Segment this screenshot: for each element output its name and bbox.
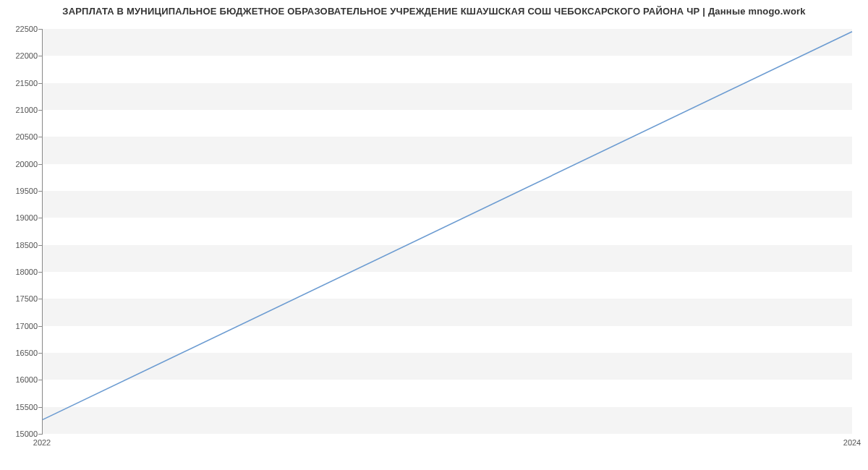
x-tick-label: 2022 [33,438,51,447]
series-line [43,32,852,420]
y-tick-label: 21000 [3,106,38,114]
chart-title: ЗАРПЛАТА В МУНИЦИПАЛЬНОЕ БЮДЖЕТНОЕ ОБРАЗ… [0,6,868,17]
y-tick [38,272,43,273]
y-tick [38,380,43,380]
y-tick [38,299,43,299]
y-tick [38,83,43,84]
y-tick-label: 15500 [3,403,38,411]
y-tick-label: 18000 [3,268,38,276]
y-tick-label: 15000 [3,430,38,438]
y-tick [38,164,43,165]
y-tick [38,407,43,408]
y-tick [38,191,43,192]
y-tick-label: 17000 [3,322,38,330]
y-tick-label: 18500 [3,241,38,249]
y-tick [38,245,43,246]
y-tick [38,434,43,435]
y-tick-label: 19500 [3,187,38,195]
y-tick [38,218,43,218]
plot-area [42,29,852,434]
y-tick [38,326,43,327]
y-tick-label: 22000 [3,51,38,60]
y-tick-label: 19000 [3,213,38,222]
y-tick-label: 17500 [3,294,38,303]
y-tick [38,29,43,30]
y-tick-label: 21500 [3,79,38,87]
y-tick-label: 22500 [3,25,38,33]
y-tick-label: 16500 [3,349,38,357]
y-tick [38,137,43,137]
line-series [43,29,852,433]
y-tick [38,56,43,56]
y-tick-label: 16000 [3,375,38,384]
y-tick [38,353,43,354]
chart-container: ЗАРПЛАТА В МУНИЦИПАЛЬНОЕ БЮДЖЕТНОЕ ОБРАЗ… [0,0,868,470]
y-tick [38,110,43,111]
y-tick-label: 20500 [3,132,38,141]
x-tick-label: 2024 [843,438,861,447]
y-tick-label: 20000 [3,160,38,168]
